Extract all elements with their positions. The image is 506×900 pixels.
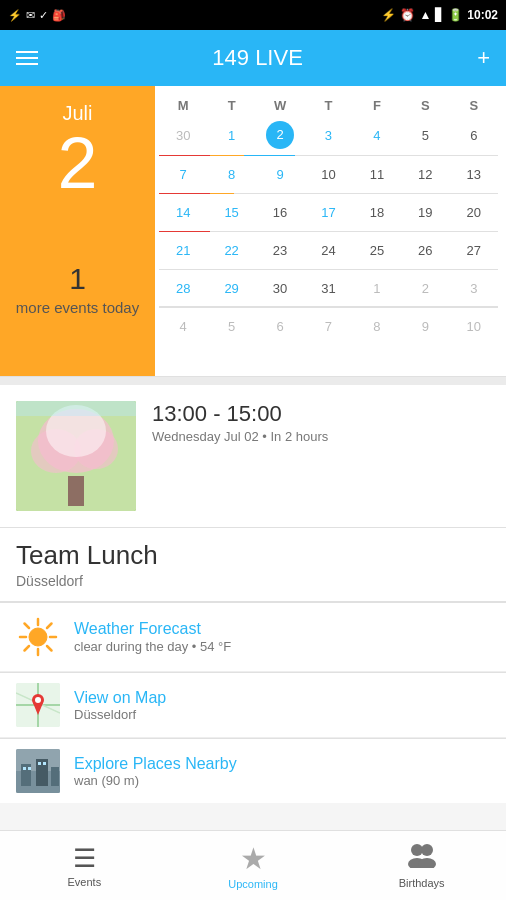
weekday-sun: S	[450, 94, 498, 117]
svg-rect-27	[51, 767, 59, 786]
status-icons-left: ⚡ ✉ ✓ 🎒	[8, 9, 66, 22]
cal-day[interactable]: 30	[256, 271, 304, 305]
weather-info: Weather Forecast clear during the day • …	[74, 620, 490, 654]
cal-day[interactable]: 9	[401, 309, 449, 343]
signal-icon: ▋	[435, 8, 444, 22]
event-image	[16, 401, 136, 511]
cal-day[interactable]: 15	[207, 195, 255, 229]
nav-upcoming[interactable]: ★ Upcoming	[169, 841, 338, 890]
cal-day[interactable]: 1	[207, 117, 255, 153]
cal-day[interactable]: 7	[304, 309, 352, 343]
calendar-events-count: 1 more events today	[16, 259, 139, 318]
cal-day[interactable]: 12	[401, 157, 449, 191]
explore-section[interactable]: Explore Places Nearby wan (90 m)	[0, 739, 506, 803]
cal-day[interactable]: 6	[256, 309, 304, 343]
cal-day[interactable]: 27	[450, 233, 498, 267]
svg-line-12	[25, 624, 30, 629]
event-details: 13:00 - 15:00 Wednesday Jul 02 • In 2 ho…	[152, 401, 490, 444]
weekday-mon: M	[159, 94, 207, 117]
weekday-tue: T	[207, 94, 255, 117]
cal-day[interactable]: 13	[450, 157, 498, 191]
calendar-section: Juli 2 1 more events today M T W T F S S	[0, 86, 506, 377]
map-section[interactable]: View on Map Düsseldorf	[0, 673, 506, 738]
event-date: Wednesday Jul 02 • In 2 hours	[152, 429, 490, 444]
cal-day[interactable]: 9	[256, 157, 304, 191]
svg-rect-30	[38, 762, 41, 765]
calendar-date-display: Juli 2 1 more events today	[0, 86, 155, 376]
status-bar: ⚡ ✉ ✓ 🎒 ⚡ ⏰ ▲ ▋ 🔋 10:02	[0, 0, 506, 30]
nav-birthdays[interactable]: Birthdays	[337, 842, 506, 889]
cal-day[interactable]: 5	[207, 309, 255, 343]
status-icons-right: ⚡ ⏰ ▲ ▋ 🔋 10:02	[381, 8, 498, 22]
cal-day[interactable]: 7	[159, 157, 207, 191]
cal-day[interactable]: 31	[304, 271, 352, 305]
nav-events[interactable]: ☰ Events	[0, 843, 169, 888]
svg-rect-26	[36, 759, 48, 786]
svg-line-13	[47, 646, 52, 651]
cal-day[interactable]: 24	[304, 233, 352, 267]
weather-title: Weather Forecast	[74, 620, 490, 638]
weekday-wed: W	[256, 94, 304, 117]
explore-thumbnail	[16, 749, 60, 793]
cal-day[interactable]: 21	[159, 233, 207, 267]
svg-point-21	[35, 697, 41, 703]
bluetooth-icon: ⚡	[381, 8, 396, 22]
menu-button[interactable]	[16, 51, 38, 65]
table-row: 21 22 23 24 25 26 27	[159, 233, 498, 267]
cal-day[interactable]: 29	[207, 271, 255, 305]
map-title: View on Map	[74, 689, 166, 707]
calendar-month: Juli	[62, 102, 92, 125]
cal-day[interactable]: 3	[304, 117, 352, 153]
table-row: 14 15 16 17 18 19 20	[159, 195, 498, 229]
event-title: Team Lunch	[16, 540, 490, 571]
cal-day[interactable]: 8	[353, 309, 401, 343]
cal-day[interactable]: 8	[207, 157, 255, 191]
alarm-icon: ⏰	[400, 8, 415, 22]
cal-day[interactable]: 10	[304, 157, 352, 191]
bag-icon: 🎒	[52, 9, 66, 22]
cal-day[interactable]: 3	[450, 271, 498, 305]
cal-day[interactable]: 2	[401, 271, 449, 305]
cal-day[interactable]: 23	[256, 233, 304, 267]
calendar-grid[interactable]: M T W T F S S 30 1 2 3 4 5 6	[155, 86, 506, 376]
section-divider	[0, 377, 506, 385]
wifi-icon: ▲	[419, 8, 431, 22]
map-info: View on Map Düsseldorf	[74, 689, 166, 722]
cal-day[interactable]: 6	[450, 117, 498, 153]
event-card: 13:00 - 15:00 Wednesday Jul 02 • In 2 ho…	[0, 385, 506, 528]
cal-day[interactable]: 18	[353, 195, 401, 229]
cal-day[interactable]: 5	[401, 117, 449, 153]
cal-day[interactable]: 30	[159, 117, 207, 153]
weather-section[interactable]: Weather Forecast clear during the day • …	[0, 603, 506, 672]
event-location: Düsseldorf	[16, 573, 490, 597]
explore-subtitle: wan (90 m)	[74, 773, 237, 788]
svg-point-7	[29, 628, 47, 646]
table-row: 28 29 30 31 1 2 3	[159, 271, 498, 305]
svg-point-33	[421, 844, 433, 856]
cal-day[interactable]: 16	[256, 195, 304, 229]
weekday-thu: T	[304, 94, 352, 117]
cal-day[interactable]: 10	[450, 309, 498, 343]
cal-day[interactable]: 17	[304, 195, 352, 229]
cal-day[interactable]: 26	[401, 233, 449, 267]
cal-day[interactable]: 11	[353, 157, 401, 191]
header-title: 149 LIVE	[38, 45, 477, 71]
cal-day[interactable]: 14	[159, 195, 207, 229]
cal-day-today[interactable]: 2	[256, 117, 304, 153]
sun-icon	[16, 615, 60, 659]
cal-day[interactable]: 1	[353, 271, 401, 305]
cal-day[interactable]: 4	[353, 117, 401, 153]
add-button[interactable]: +	[477, 45, 490, 71]
cal-day[interactable]: 25	[353, 233, 401, 267]
cal-day[interactable]: 28	[159, 271, 207, 305]
svg-line-15	[25, 646, 30, 651]
cal-day[interactable]: 22	[207, 233, 255, 267]
gmail-icon: ✉	[26, 9, 35, 22]
svg-line-14	[47, 624, 52, 629]
cal-day[interactable]: 19	[401, 195, 449, 229]
header: 149 LIVE +	[0, 30, 506, 86]
cal-day[interactable]: 20	[450, 195, 498, 229]
cal-day[interactable]: 4	[159, 309, 207, 343]
event-time: 13:00 - 15:00	[152, 401, 490, 427]
upcoming-icon: ★	[240, 841, 267, 876]
